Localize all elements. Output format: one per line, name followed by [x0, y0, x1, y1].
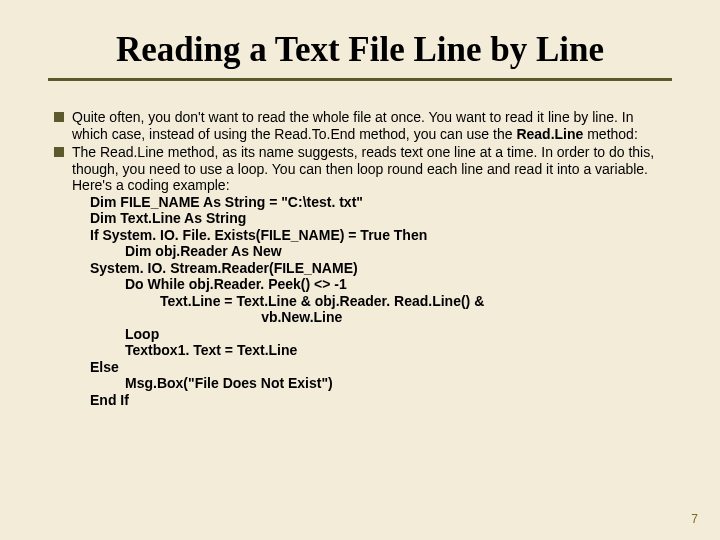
bullet-text-bold: Read.Line: [516, 126, 583, 142]
bullet-item: The Read.Line method, as its name sugges…: [54, 144, 666, 408]
code-line: Textbox1. Text = Text.Line: [90, 342, 666, 359]
slide-title: Reading a Text File Line by Line: [0, 0, 720, 70]
code-line: Dim obj.Reader As New: [90, 243, 666, 260]
code-line: Msg.Box("File Does Not Exist"): [90, 375, 666, 392]
bullet-text-post: method:: [583, 126, 637, 142]
bullet-marker-icon: [54, 112, 64, 122]
code-block: Dim FILE_NAME As String = "C:\test. txt"…: [90, 194, 666, 409]
title-underline: [48, 78, 672, 81]
code-line: If System. IO. File. Exists(FILE_NAME) =…: [90, 227, 666, 244]
bullet-text: The Read.Line method, as its name sugges…: [72, 144, 666, 408]
code-line: vb.New.Line: [90, 309, 666, 326]
code-line: Do While obj.Reader. Peek() <> -1: [90, 276, 666, 293]
code-line: Text.Line = Text.Line & obj.Reader. Read…: [90, 293, 666, 310]
code-line: Loop: [90, 326, 666, 343]
bullet-text-pre: The Read.Line method, as its name sugges…: [72, 144, 654, 193]
page-number: 7: [691, 512, 698, 526]
bullet-item: Quite often, you don't want to read the …: [54, 109, 666, 142]
code-line: Dim Text.Line As String: [90, 210, 666, 227]
bullet-marker-icon: [54, 147, 64, 157]
code-line: System. IO. Stream.Reader(FILE_NAME): [90, 260, 666, 277]
content-area: Quite often, you don't want to read the …: [54, 109, 666, 408]
code-line: Else: [90, 359, 666, 376]
code-line: End If: [90, 392, 666, 409]
code-line: Dim FILE_NAME As String = "C:\test. txt": [90, 194, 666, 211]
bullet-text: Quite often, you don't want to read the …: [72, 109, 666, 142]
